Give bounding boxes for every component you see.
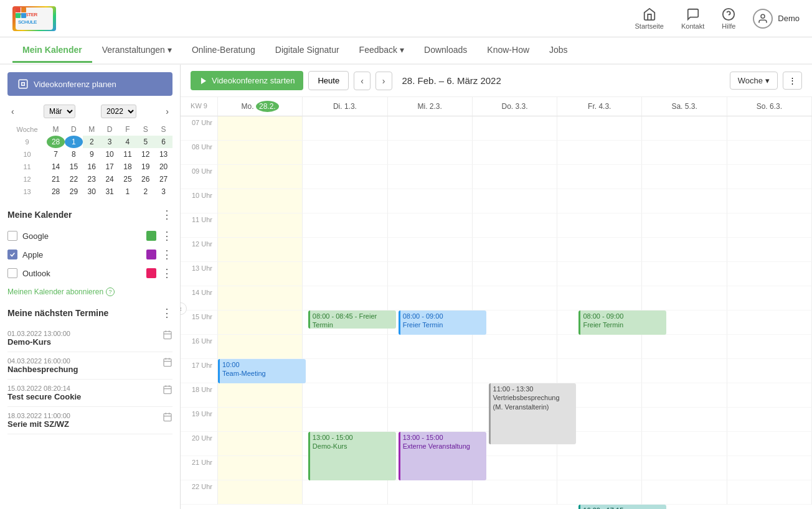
day-cell[interactable] xyxy=(727,213,812,238)
mini-cal-day[interactable]: 21 xyxy=(47,173,65,185)
calendar-event[interactable]: 13:00 - 15:00Externe Veranstaltung xyxy=(399,432,486,480)
day-cell[interactable] xyxy=(473,480,557,505)
outlook-checkbox[interactable] xyxy=(7,268,17,278)
mini-cal-day[interactable]: 16 xyxy=(83,161,101,173)
mini-cal-day[interactable]: 27 xyxy=(154,173,172,185)
mini-cal-day[interactable]: 13 xyxy=(154,148,172,161)
mini-cal-day[interactable]: 5 xyxy=(136,136,154,148)
day-cell[interactable] xyxy=(218,189,303,213)
day-cell[interactable] xyxy=(303,141,387,165)
day-cell[interactable] xyxy=(727,383,812,408)
day-cell[interactable] xyxy=(727,262,812,286)
day-cell[interactable] xyxy=(218,141,303,165)
day-cell[interactable] xyxy=(642,141,727,165)
mini-cal-day[interactable]: 4 xyxy=(119,136,137,148)
apple-checkbox[interactable] xyxy=(7,250,17,259)
day-cell[interactable] xyxy=(642,456,727,480)
day-cell[interactable] xyxy=(303,335,387,359)
appointment-item[interactable]: 15.03.2022 08:20:14 Test secure Cookie xyxy=(7,380,172,407)
nav-veranstaltungen[interactable]: Veranstaltungen ▾ xyxy=(92,39,182,63)
mini-cal-day[interactable]: 23 xyxy=(83,173,101,185)
nav-mein-kalender[interactable]: Mein Kalender xyxy=(12,39,92,63)
home-nav-item[interactable]: Startseite xyxy=(635,7,664,30)
day-cell[interactable] xyxy=(557,262,642,286)
mini-cal-day[interactable]: 2 xyxy=(136,185,154,198)
prev-week-button[interactable]: ‹ xyxy=(354,72,371,90)
day-cell[interactable] xyxy=(642,286,727,311)
mini-cal-day[interactable]: 29 xyxy=(65,185,83,198)
outlook-menu[interactable]: ⋮ xyxy=(161,266,172,280)
day-cell[interactable] xyxy=(642,116,727,141)
day-cell[interactable] xyxy=(218,456,303,480)
mini-cal-day[interactable]: 11 xyxy=(119,148,137,161)
day-cell[interactable] xyxy=(388,262,473,286)
mini-cal-day[interactable]: 7 xyxy=(47,148,65,161)
day-cell[interactable] xyxy=(557,238,642,262)
day-cell[interactable] xyxy=(303,116,387,141)
day-cell[interactable] xyxy=(388,189,473,213)
next-month-button[interactable]: › xyxy=(162,105,172,118)
day-cell[interactable] xyxy=(727,189,812,213)
day-cell[interactable] xyxy=(218,335,303,359)
day-cell[interactable] xyxy=(218,116,303,141)
day-cell[interactable] xyxy=(557,335,642,359)
calendar-event[interactable]: 08:00 - 09:00Freier Termin xyxy=(399,311,486,335)
mini-cal-day[interactable]: 19 xyxy=(136,161,154,173)
calendar-event[interactable]: 16:00 - 17:15Nachbesprechung (M.Veransta… xyxy=(578,505,666,509)
day-cell[interactable] xyxy=(727,359,812,383)
google-checkbox[interactable] xyxy=(7,231,17,241)
start-videoconf-button[interactable]: Videokonferenz starten xyxy=(191,71,303,90)
day-cell[interactable] xyxy=(388,335,473,359)
calendar-grid-container[interactable]: ‹ KW 9 Mo. 28.2. Di. 1.3. Mi. 2.3. Do. 3… xyxy=(181,97,812,509)
day-cell[interactable] xyxy=(642,189,727,213)
mini-cal-day[interactable]: 24 xyxy=(101,173,119,185)
day-cell[interactable] xyxy=(388,359,473,383)
day-cell[interactable] xyxy=(727,335,812,359)
day-cell[interactable] xyxy=(473,116,557,141)
day-cell[interactable] xyxy=(473,238,557,262)
day-cell[interactable] xyxy=(557,456,642,480)
nav-digitale-signatur[interactable]: Digitale Signatur xyxy=(265,39,349,63)
day-cell[interactable] xyxy=(218,408,303,432)
year-select[interactable]: 202220212023 xyxy=(101,105,136,118)
mini-cal-day[interactable]: 9 xyxy=(83,148,101,161)
day-cell[interactable] xyxy=(727,116,812,141)
day-cell[interactable] xyxy=(727,456,812,480)
mini-cal-day[interactable]: 18 xyxy=(119,161,137,173)
calendar-event[interactable]: 08:00 - 08:45 - FreierTermin xyxy=(308,311,396,329)
day-cell[interactable] xyxy=(557,359,642,383)
day-cell[interactable] xyxy=(303,408,387,432)
day-cell[interactable] xyxy=(388,165,473,189)
mini-cal-day[interactable]: 17 xyxy=(101,161,119,173)
day-cell[interactable] xyxy=(218,238,303,262)
day-cell[interactable] xyxy=(303,213,387,238)
prev-month-button[interactable]: ‹ xyxy=(7,105,18,118)
subscribe-link[interactable]: Meinen Kalender abonnieren ? xyxy=(7,287,172,296)
day-cell[interactable] xyxy=(303,480,387,505)
user-menu[interactable]: Demo xyxy=(753,9,800,29)
more-options-button[interactable]: ⋮ xyxy=(783,72,802,90)
nav-know-how[interactable]: Know-How xyxy=(477,39,539,63)
calendar-event[interactable]: 08:00 - 09:00Freier Termin xyxy=(578,311,666,335)
day-cell[interactable] xyxy=(388,141,473,165)
mini-cal-day[interactable]: 22 xyxy=(65,173,83,185)
day-cell[interactable] xyxy=(218,262,303,286)
mini-cal-day[interactable]: 6 xyxy=(154,136,172,148)
day-cell[interactable] xyxy=(642,213,727,238)
day-cell[interactable] xyxy=(388,480,473,505)
mini-cal-day[interactable]: 30 xyxy=(83,185,101,198)
day-cell[interactable] xyxy=(303,189,387,213)
calendar-event[interactable]: 11:00 - 13:30Vertriebsbesprechung(M. Ver… xyxy=(489,383,577,444)
day-cell[interactable] xyxy=(727,480,812,505)
day-cell[interactable] xyxy=(303,238,387,262)
next-appt-menu[interactable]: ⋮ xyxy=(161,306,172,320)
day-cell[interactable] xyxy=(388,383,473,408)
day-cell[interactable] xyxy=(557,116,642,141)
mini-cal-day[interactable]: 1 xyxy=(65,136,83,148)
day-cell[interactable] xyxy=(727,165,812,189)
day-cell[interactable] xyxy=(303,383,387,408)
mini-cal-day[interactable]: 28 xyxy=(47,136,65,148)
month-select[interactable]: MärJanFebApr xyxy=(44,105,75,118)
day-cell[interactable] xyxy=(642,262,727,286)
day-cell[interactable] xyxy=(557,480,642,505)
